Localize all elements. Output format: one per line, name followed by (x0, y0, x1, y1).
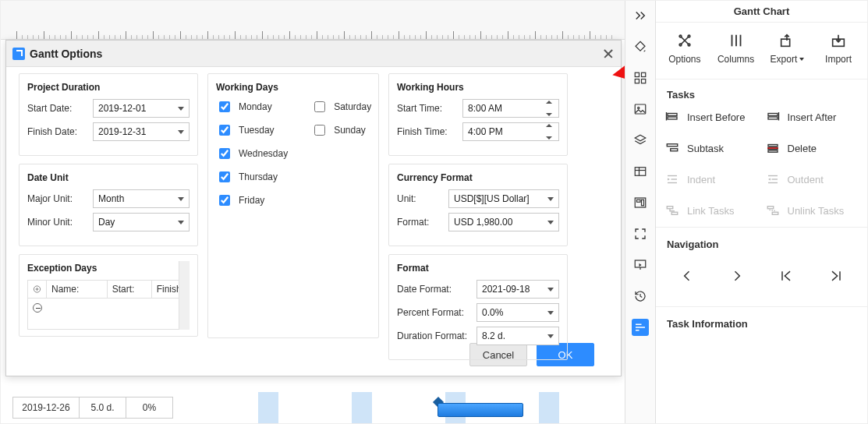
page-layout-icon[interactable] (632, 194, 649, 211)
thursday-checkbox[interactable]: Thursday (216, 169, 288, 185)
start-date-field[interactable]: 2019-12-01 (93, 99, 190, 118)
working-days-title: Working Days (216, 82, 370, 93)
chevron-down-icon (547, 221, 554, 224)
import-button[interactable]: Import (815, 32, 862, 65)
gantt-panel-icon[interactable] (632, 319, 649, 336)
svg-rect-6 (635, 80, 639, 83)
side-icon-toolbar (625, 1, 656, 423)
nav-next-button[interactable] (726, 267, 748, 284)
insert-after-button[interactable]: Insert After (764, 107, 860, 127)
svg-rect-51 (772, 212, 778, 214)
major-unit-value: Month (98, 193, 124, 204)
svg-rect-4 (635, 72, 639, 76)
svg-rect-5 (642, 72, 646, 76)
image-icon[interactable] (632, 101, 649, 118)
chevron-down-icon (178, 107, 184, 111)
dialog-title: Gantt Options (30, 48, 102, 60)
start-time-field[interactable]: 8:00 AM (462, 99, 559, 118)
finish-time-field[interactable]: 4:00 PM (462, 122, 559, 141)
svg-rect-7 (642, 80, 646, 83)
exception-scrollbar[interactable] (179, 261, 190, 330)
grid-icon[interactable] (632, 69, 649, 87)
date-unit-title: Date Unit (27, 172, 190, 183)
finish-date-field[interactable]: 2019-12-31 (93, 122, 190, 141)
add-exception-button[interactable] (28, 281, 47, 298)
svg-rect-40 (768, 150, 778, 152)
panel-title: Gantt Chart (656, 1, 867, 23)
chevron-down-icon (547, 197, 554, 201)
task-information-section-title: Task Information (656, 309, 867, 336)
finish-time-value: 4:00 PM (468, 126, 503, 137)
minor-unit-value: Day (98, 217, 115, 228)
monday-checkbox[interactable]: Monday (216, 99, 288, 115)
export-button[interactable]: Export (763, 32, 810, 65)
major-unit-field[interactable]: Month (93, 189, 190, 208)
svg-rect-34 (768, 117, 778, 119)
currency-unit-value: USD[$][US Dollar] (454, 193, 530, 204)
start-date-label: Start Date: (27, 103, 88, 114)
chevron-down-icon (547, 334, 554, 338)
nav-last-button[interactable] (825, 267, 847, 284)
layers-icon[interactable] (632, 132, 649, 149)
chevron-down-icon (799, 58, 804, 61)
wednesday-checkbox[interactable]: Wednesday (216, 146, 288, 161)
currency-format-group: Currency Format Unit: USD[$][US Dollar] … (388, 164, 568, 246)
columns-button[interactable]: Columns (713, 32, 760, 65)
subtask-button[interactable]: Subtask (664, 138, 760, 158)
svg-rect-28 (781, 39, 790, 46)
fill-icon[interactable] (632, 38, 649, 55)
project-duration-title: Project Duration (27, 82, 190, 93)
bg-date-cell: 2019-12-26 (12, 397, 80, 419)
date-format-field[interactable]: 2021-09-18 (477, 280, 559, 299)
project-duration-group: Project Duration Start Date: 2019-12-01 … (19, 73, 198, 156)
saturday-checkbox[interactable]: Saturday (311, 99, 371, 115)
svg-rect-30 (668, 117, 677, 119)
dialog-header: Gantt Options (6, 41, 621, 67)
format-group: Format Date Format: 2021-09-18 Percent F… (388, 254, 568, 360)
currency-unit-field[interactable]: USD[$][US Dollar] (448, 189, 559, 208)
working-hours-title: Working Hours (397, 82, 559, 93)
svg-rect-37 (671, 149, 678, 151)
remove-exception-button[interactable] (33, 303, 42, 313)
history-icon[interactable] (632, 288, 649, 305)
fullscreen-icon[interactable] (632, 225, 649, 242)
svg-rect-8 (635, 104, 646, 114)
table-icon[interactable] (632, 163, 649, 180)
gantt-options-dialog: Gantt Options Project Duration Start Dat… (5, 40, 622, 376)
minor-unit-field[interactable]: Day (93, 213, 190, 231)
date-unit-group: Date Unit Major Unit: Month Minor Unit: … (19, 164, 198, 246)
presentation-icon[interactable] (632, 256, 649, 274)
currency-format-value: USD 1,980.00 (454, 217, 512, 228)
link-tasks-button: Link Tasks (664, 200, 760, 221)
chevron-down-icon (547, 311, 554, 315)
duration-format-field[interactable]: 8.2 d. (477, 327, 559, 345)
format-title: Format (397, 263, 559, 274)
nav-prev-button[interactable] (676, 267, 698, 284)
insert-before-button[interactable]: Insert Before (664, 107, 760, 127)
percent-format-value: 0.0% (482, 307, 503, 318)
exception-col-start: Start: (108, 281, 152, 298)
currency-format-field[interactable]: USD 1,980.00 (448, 213, 559, 231)
svg-point-9 (638, 107, 639, 108)
unlink-tasks-button: Unlink Tasks (764, 200, 860, 221)
collapse-panel-icon[interactable] (632, 7, 649, 24)
nav-first-button[interactable] (775, 267, 797, 284)
finish-date-value: 2019-12-31 (98, 126, 146, 137)
currency-format-title: Currency Format (397, 172, 559, 183)
currency-unit-label: Unit: (397, 193, 444, 204)
friday-checkbox[interactable]: Friday (216, 193, 288, 208)
svg-rect-50 (767, 207, 774, 209)
close-icon[interactable] (602, 48, 615, 60)
gantt-bars-strip (211, 392, 621, 423)
percent-format-label: Percent Format: (397, 307, 472, 318)
exception-col-name: Name: (47, 281, 108, 298)
tuesday-checkbox[interactable]: Tuesday (216, 122, 288, 138)
sunday-checkbox[interactable]: Sunday (311, 122, 371, 138)
date-format-label: Date Format: (397, 284, 472, 295)
outdent-button: Outdent (764, 169, 860, 189)
svg-rect-48 (667, 207, 673, 209)
options-button[interactable]: Options (661, 32, 708, 65)
svg-rect-15 (642, 200, 644, 206)
delete-button[interactable]: Delete (764, 138, 860, 158)
percent-format-field[interactable]: 0.0% (477, 303, 559, 322)
